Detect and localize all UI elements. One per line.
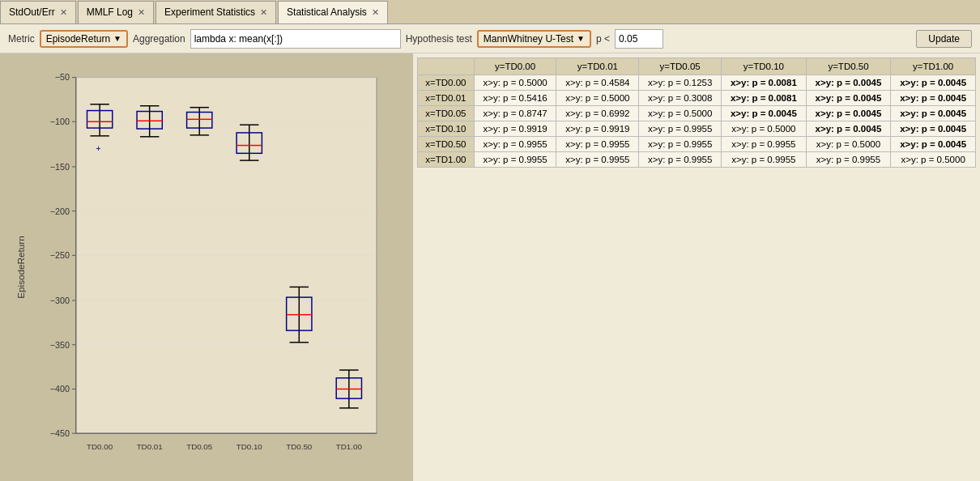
col-header-3: y=TD0.10	[722, 58, 807, 75]
cell-5-2: x>y: p = 0.9955	[639, 152, 722, 168]
hypothesis-value: MannWhitney U-Test	[484, 33, 573, 45]
cell-3-0: x>y: p = 0.9919	[474, 121, 556, 137]
y-tick: −200	[50, 206, 70, 216]
cell-4-1: x>y: p = 0.9955	[556, 137, 639, 152]
metric-dropdown-icon[interactable]: ▼	[113, 34, 121, 43]
x-tick-2: TD0.05	[186, 442, 213, 451]
cell-2-4: x>y: p = 0.0045	[806, 106, 891, 121]
tab-close-exp[interactable]: ✕	[260, 7, 267, 18]
update-button[interactable]: Update	[916, 30, 972, 48]
tab-statistical-analysis[interactable]: Statistical Analysis ✕	[278, 1, 388, 23]
tab-experiment-stats[interactable]: Experiment Statistics ✕	[156, 1, 276, 23]
table-row: x=TD0.01x>y: p = 0.5416x>y: p = 0.5000x>…	[418, 91, 976, 106]
tab-label: Statistical Analysis	[287, 6, 367, 18]
table-row: x=TD0.10x>y: p = 0.9919x>y: p = 0.9919x>…	[418, 121, 976, 137]
y-tick: −300	[50, 296, 70, 305]
cell-0-3: x>y: p = 0.0081	[722, 75, 807, 91]
hypothesis-label: Hypothesis test	[406, 33, 472, 45]
cell-3-4: x>y: p = 0.0045	[806, 121, 891, 137]
main-content: EpisodeReturn −50 −100 −150 −200	[0, 53, 980, 481]
cell-1-0: x>y: p = 0.5416	[474, 91, 556, 106]
cell-3-5: x>y: p = 0.0045	[891, 121, 976, 137]
table-row: x=TD0.05x>y: p = 0.8747x>y: p = 0.6992x>…	[418, 106, 976, 121]
tab-stdout-err[interactable]: StdOut/Err ✕	[0, 1, 76, 23]
row-header-5: x=TD1.00	[418, 152, 475, 168]
cell-2-3: x>y: p = 0.0045	[722, 106, 807, 121]
tab-label: MMLF Log	[87, 6, 133, 18]
y-tick: −150	[50, 162, 70, 172]
y-tick: −350	[50, 340, 70, 350]
hypothesis-select-wrapper[interactable]: MannWhitney U-Test ▼	[477, 30, 591, 48]
col-header-2: y=TD0.05	[639, 58, 722, 75]
cell-0-1: x>y: p = 0.4584	[556, 75, 639, 91]
toolbar: Metric EpisodeReturn ▼ Aggregation Hypot…	[0, 24, 980, 53]
tab-close-mmlf[interactable]: ✕	[138, 7, 145, 18]
tab-label: StdOut/Err	[9, 6, 55, 18]
x-tick-0: TD0.00	[87, 442, 113, 451]
x-tick-5: TD1.00	[336, 442, 363, 451]
table-row: x=TD1.00x>y: p = 0.9955x>y: p = 0.9955x>…	[418, 152, 976, 168]
metric-select-wrapper[interactable]: EpisodeReturn ▼	[40, 30, 128, 48]
cell-5-4: x>y: p = 0.9955	[806, 152, 891, 168]
aggregation-label: Aggregation	[133, 33, 185, 45]
row-header-2: x=TD0.05	[418, 106, 475, 121]
cell-0-4: x>y: p = 0.0045	[806, 75, 891, 91]
p-label: p <	[596, 33, 610, 45]
cell-4-4: x>y: p = 0.5000	[806, 137, 891, 152]
row-header-3: x=TD0.10	[418, 121, 475, 137]
hypothesis-dropdown-icon[interactable]: ▼	[577, 34, 585, 43]
metric-value: EpisodeReturn	[46, 33, 110, 45]
outlier-marker: +	[96, 143, 100, 153]
cell-3-2: x>y: p = 0.9955	[639, 121, 722, 137]
cell-1-1: x>y: p = 0.5000	[556, 91, 639, 106]
cell-1-3: x>y: p = 0.0081	[722, 91, 807, 106]
cell-2-0: x>y: p = 0.8747	[474, 106, 556, 121]
col-header-4: y=TD0.50	[806, 58, 891, 75]
aggregation-input[interactable]	[190, 29, 401, 49]
col-header-0: y=TD0.00	[474, 58, 556, 75]
cell-5-5: x>y: p = 0.5000	[891, 152, 976, 168]
tab-close-stdout[interactable]: ✕	[60, 7, 67, 18]
y-tick: −100	[50, 117, 70, 126]
y-tick: −250	[50, 250, 70, 260]
cell-2-2: x>y: p = 0.5000	[639, 106, 722, 121]
row-header-1: x=TD0.01	[418, 91, 475, 106]
cell-2-5: x>y: p = 0.0045	[891, 106, 976, 121]
y-tick: −50	[55, 72, 70, 82]
cell-0-0: x>y: p = 0.5000	[474, 75, 556, 91]
tab-label: Experiment Statistics	[164, 6, 255, 18]
statistics-table: y=TD0.00 y=TD0.01 y=TD0.05 y=TD0.10 y=TD…	[417, 57, 976, 168]
cell-1-4: x>y: p = 0.0045	[806, 91, 891, 106]
cell-4-5: x>y: p = 0.0045	[891, 137, 976, 152]
tab-bar: StdOut/Err ✕ MMLF Log ✕ Experiment Stati…	[0, 0, 980, 24]
cell-4-2: x>y: p = 0.9955	[639, 137, 722, 152]
cell-1-2: x>y: p = 0.3008	[639, 91, 722, 106]
col-header-5: y=TD1.00	[891, 58, 976, 75]
p-value-input[interactable]	[615, 29, 663, 49]
cell-0-5: x>y: p = 0.0045	[891, 75, 976, 91]
table-row: x=TD0.00x>y: p = 0.5000x>y: p = 0.4584x>…	[418, 75, 976, 91]
cell-1-5: x>y: p = 0.0045	[891, 91, 976, 106]
row-header-4: x=TD0.50	[418, 137, 475, 152]
cell-3-3: x>y: p = 0.5000	[722, 121, 807, 137]
cell-4-0: x>y: p = 0.9955	[474, 137, 556, 152]
x-tick-3: TD0.10	[236, 442, 263, 451]
y-axis-label: EpisodeReturn	[15, 236, 26, 299]
col-header-empty	[418, 58, 475, 75]
x-tick-4: TD0.50	[286, 442, 313, 451]
cell-5-0: x>y: p = 0.9955	[474, 152, 556, 168]
table-area: y=TD0.00 y=TD0.01 y=TD0.05 y=TD0.10 y=TD…	[413, 53, 980, 481]
cell-0-2: x>y: p = 0.1253	[639, 75, 722, 91]
chart-area: EpisodeReturn −50 −100 −150 −200	[0, 53, 413, 481]
tab-close-stat[interactable]: ✕	[372, 7, 379, 18]
col-header-1: y=TD0.01	[556, 58, 639, 75]
tab-mmlf-log[interactable]: MMLF Log ✕	[78, 1, 154, 23]
metric-label: Metric	[8, 33, 35, 45]
table-row: x=TD0.50x>y: p = 0.9955x>y: p = 0.9955x>…	[418, 137, 976, 152]
x-tick-1: TD0.01	[137, 442, 163, 451]
cell-4-3: x>y: p = 0.9955	[722, 137, 807, 152]
cell-5-1: x>y: p = 0.9955	[556, 152, 639, 168]
y-tick: −400	[50, 384, 70, 394]
y-tick: −450	[50, 428, 70, 438]
cell-2-1: x>y: p = 0.6992	[556, 106, 639, 121]
